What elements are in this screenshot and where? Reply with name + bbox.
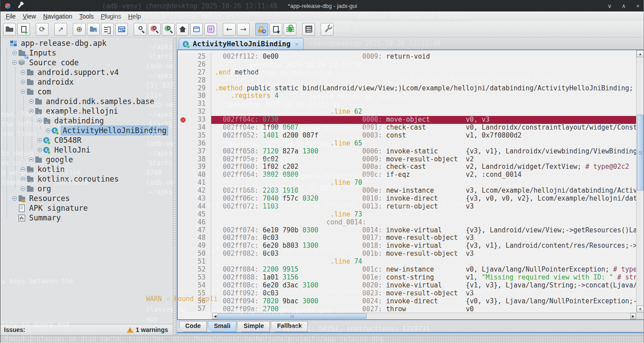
code-line-44[interactable]: 44 002ff072: 1103 0013: return-object v3 — [178, 203, 636, 211]
code-line-50[interactable]: 50 002ff082: 0c03 001b: move-result-obje… — [178, 250, 636, 258]
code-gutter[interactable]: 36 — [178, 140, 211, 148]
back-button[interactable]: ← — [223, 23, 236, 36]
menu-navigation[interactable]: Navigation — [40, 12, 76, 20]
menu-file[interactable]: File — [2, 12, 19, 20]
code-gutter[interactable]: 52 — [178, 266, 211, 274]
code-gutter[interactable]: 46 — [178, 219, 211, 227]
tree-item-androidx[interactable]: androidx — [0, 77, 172, 87]
class-search-button[interactable] — [162, 23, 175, 36]
tree-expander-icon[interactable] — [21, 177, 25, 181]
menu-tools[interactable]: Tools — [76, 12, 97, 20]
tree-item-kotlin[interactable]: kotlin — [0, 164, 172, 174]
code-line-36[interactable]: 36 .line 65 — [178, 140, 636, 148]
tree-expander-icon[interactable] — [21, 70, 25, 75]
code-line-41[interactable]: 41 .line 70 — [178, 179, 636, 187]
code-line-51[interactable]: 51 .line 74 — [178, 258, 636, 266]
code-line-39[interactable]: 39 002ff060: 1f02 c202 000a: check-cast … — [178, 163, 636, 171]
horizontal-scrollbar[interactable]: ◀ ▶ — [212, 313, 636, 319]
debugger-setup-button[interactable] — [255, 23, 268, 36]
tree-expander-icon[interactable] — [37, 138, 42, 142]
code-gutter[interactable]: 43 — [178, 195, 211, 203]
table-view-button[interactable] — [115, 23, 128, 36]
search-button[interactable] — [134, 23, 146, 36]
code-line-31[interactable]: 31 — [178, 100, 636, 108]
mode-tab-smali[interactable]: Smali — [208, 321, 236, 332]
code-gutter[interactable]: 28 — [178, 77, 211, 85]
scroll-up-button[interactable]: ▲ — [637, 50, 644, 57]
code-gutter[interactable]: 32 — [178, 108, 211, 116]
tree-item-google[interactable]: google — [0, 155, 172, 164]
tree-item-databinding[interactable]: databinding — [0, 116, 172, 126]
close-button[interactable]: × — [635, 3, 641, 9]
tree-item-org[interactable]: org — [0, 184, 172, 194]
tree-item-resources[interactable]: Resources — [0, 194, 172, 203]
tree-item-android-ndk-samples-base[interactable]: android.ndk.samples.base — [0, 97, 172, 106]
code-gutter[interactable]: 34 — [178, 124, 211, 132]
code-line-34[interactable]: 34 002ff04e: 1f00 0607 0001: check-cast … — [178, 124, 636, 132]
scroll-right-button[interactable]: ▶ — [630, 313, 636, 319]
panel-splitter[interactable] — [172, 37, 177, 335]
smali-code-view[interactable]: 25 002ff112: 0e00 0009: return-void2627.… — [177, 49, 644, 320]
code-gutter[interactable]: 42 — [178, 187, 211, 195]
code-gutter[interactable]: 39 — [178, 163, 211, 171]
code-line-38[interactable]: 38 002ff05e: 0c02 0009: move-result-obje… — [178, 156, 636, 164]
flatten-packages-button[interactable] — [87, 23, 100, 36]
code-gutter[interactable]: 31 — [178, 100, 211, 108]
code-line-46[interactable]: 46 cond_0014: — [178, 219, 636, 227]
log-viewer-button[interactable] — [302, 23, 315, 36]
forward-button[interactable]: → — [237, 23, 250, 36]
code-gutter[interactable]: 55 — [178, 290, 211, 298]
code-gutter[interactable]: 53 — [178, 274, 211, 282]
tree-expander-icon[interactable] — [29, 157, 34, 162]
code-line-26[interactable]: 26 — [178, 61, 636, 69]
code-line-40[interactable]: 40 002ff064: 3802 0800 000c: if-eqz v2, … — [178, 171, 636, 179]
code-gutter[interactable]: 49 — [178, 242, 211, 250]
code-line-45[interactable]: 45 .line 73 — [178, 211, 636, 219]
minimize-button[interactable]: ∨ — [607, 3, 613, 9]
text-search-button[interactable] — [148, 23, 161, 36]
code-gutter[interactable]: 33 — [178, 116, 211, 124]
tab-activityhellojnibinding[interactable]: ActivityHelloJniBinding × — [179, 38, 303, 49]
code-gutter[interactable]: 56 — [178, 298, 211, 306]
heap-usage-button[interactable] — [101, 23, 114, 36]
code-gutter[interactable]: 48 — [178, 234, 211, 242]
breakpoint-icon[interactable] — [180, 117, 186, 123]
menu-help[interactable]: Help — [124, 12, 144, 20]
preview-button[interactable] — [270, 23, 282, 36]
code-gutter[interactable]: 35 — [178, 132, 211, 140]
maximize-button[interactable]: ∧ — [621, 3, 627, 9]
debugger-button[interactable] — [284, 23, 296, 36]
tree-item-apk-signature[interactable]: APK signature — [0, 203, 172, 213]
code-gutter[interactable]: 57 — [178, 306, 211, 313]
code-line-43[interactable]: 43 002ff06c: 7040 f57c 0320 0010: invoke… — [178, 195, 636, 203]
code-line-48[interactable]: 48 002ff07a: 0c03 0017: move-result-obje… — [178, 234, 636, 242]
tree-expander-icon[interactable] — [29, 99, 34, 104]
code-gutter[interactable]: 25 — [178, 53, 211, 61]
code-line-42[interactable]: 42 002ff068: 2203 1910 000e: new-instanc… — [178, 187, 636, 195]
vertical-scrollbar[interactable]: ▲ ▼ — [636, 50, 644, 313]
tree-item-android-support-v4[interactable]: android.support.v4 — [0, 67, 172, 77]
tree-expander-icon[interactable] — [12, 196, 17, 201]
tree-expander-icon[interactable] — [21, 186, 25, 191]
tree-item-app-release-dbg-apk[interactable]: app-release-dbg.apk — [0, 38, 172, 48]
main-activity-button[interactable] — [176, 23, 189, 36]
code-gutter[interactable]: 38 — [178, 156, 211, 164]
add-files-button[interactable] — [17, 23, 30, 36]
tree-expander-icon[interactable] — [29, 109, 34, 113]
tree-item-activityhellojnibinding[interactable]: ActivityHelloJniBinding — [0, 126, 172, 135]
tree-expander-icon[interactable] — [12, 60, 17, 65]
tree-expander-icon[interactable] — [12, 51, 17, 55]
reload-button[interactable]: ⟳ — [36, 23, 49, 36]
export-button[interactable]: ↗ — [54, 23, 67, 36]
mode-tab-fallback[interactable]: Fallback — [271, 321, 308, 332]
tree-item-kotlinx-coroutines[interactable]: kotlinx.coroutines — [0, 174, 172, 184]
tree-item-example-hellojni[interactable]: example.hellojni — [0, 106, 172, 116]
code-gutter[interactable]: 40 — [178, 171, 211, 179]
code-line-54[interactable]: 54 002ff08c: 6e20 d3ac 3100 0020: invoke… — [178, 282, 636, 290]
menu-plugins[interactable]: Plugins — [97, 12, 125, 20]
mode-tab-simple[interactable]: Simple — [237, 321, 270, 332]
code-gutter[interactable]: 29 — [178, 85, 211, 93]
code-line-33[interactable]: 33 002ff04c: 0730 0000: move-object v0, … — [178, 116, 636, 124]
code-line-37[interactable]: 37 002ff058: 7120 827a 1300 0006: invoke… — [178, 148, 636, 156]
menu-view[interactable]: View — [19, 12, 40, 20]
